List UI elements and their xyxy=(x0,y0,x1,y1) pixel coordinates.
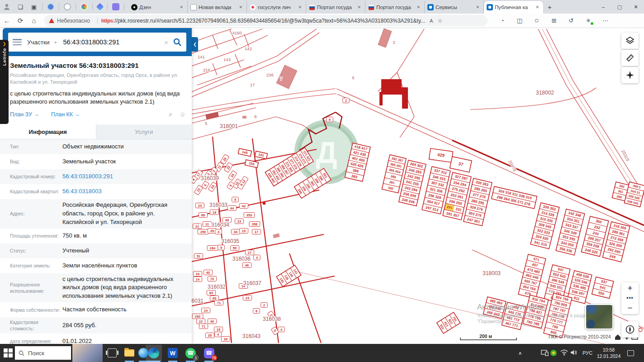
tab-close-icon[interactable]: ✕ xyxy=(415,4,421,10)
lotinfo-ribbon[interactable]: ❯ LotInfo xyxy=(0,40,9,124)
basemap-thumbnail[interactable] xyxy=(585,304,613,329)
parcel-cell[interactable]: 2 xyxy=(343,98,350,103)
search-box[interactable]: Участки ▼ × xyxy=(8,33,186,52)
favorite-star-icon[interactable]: ☆ xyxy=(180,111,185,118)
preview-search-icon[interactable]: ⌕ xyxy=(169,110,173,118)
parcel-cell[interactable]: 20 xyxy=(220,154,229,164)
parcel-cell[interactable]: 250 xyxy=(198,229,208,234)
parcel-cell[interactable]: 22 xyxy=(224,162,233,172)
tab-close-icon[interactable]: ✕ xyxy=(237,4,244,10)
parcel-strip[interactable]: 471457473 480463 446465 767464 769479 xyxy=(518,254,546,299)
parcel-cell[interactable]: 33 xyxy=(193,272,202,276)
parcel-cell[interactable]: 23 xyxy=(235,219,243,224)
more-icon[interactable]: ⋯ xyxy=(597,17,614,24)
parcel-cell[interactable]: 22 xyxy=(196,319,205,324)
new-tab-button[interactable]: + xyxy=(543,3,556,11)
start-button[interactable] xyxy=(4,348,13,357)
parcel-cell[interactable]: 34 xyxy=(228,171,237,181)
parcel-cell[interactable]: 69 xyxy=(207,291,215,295)
parcel-cell[interactable]: 358 xyxy=(249,222,260,227)
volume-icon[interactable] xyxy=(570,349,578,356)
tab-services[interactable]: Услуги xyxy=(96,124,192,139)
profile-avatar-icon[interactable] xyxy=(0,2,14,12)
browser-tab-0[interactable]: Дзен✕ xyxy=(128,1,188,14)
parcel-cell[interactable]: 65 xyxy=(210,296,218,301)
parcel-cell[interactable]: 4 xyxy=(215,332,222,337)
parcel-cell[interactable]: 6 xyxy=(327,117,333,122)
parcel-strip[interactable]: 537541550 xyxy=(592,277,614,299)
maximize-button[interactable]: ▢ xyxy=(611,0,628,14)
tab-close-icon[interactable]: ✕ xyxy=(356,4,362,10)
tab-close-icon[interactable]: ✕ xyxy=(474,4,481,10)
parcel-strip[interactable]: 37 xyxy=(450,157,472,172)
tab-close-icon[interactable]: ✕ xyxy=(297,4,303,10)
tab-close-icon[interactable]: ✕ xyxy=(178,4,185,10)
parcel-cell[interactable]: 71 xyxy=(199,324,208,329)
cast-device-icon[interactable] xyxy=(541,349,549,356)
parcel-cell[interactable]: 23 xyxy=(243,295,251,300)
panel-collapse-arrow[interactable]: ❮ xyxy=(192,37,198,52)
workspaces-icon[interactable]: ❏ xyxy=(14,2,27,12)
parcel-cell[interactable]: 22 xyxy=(193,224,201,229)
extension-icon-gray[interactable] xyxy=(64,3,71,10)
tab-actions-icon[interactable]: ▣ xyxy=(27,2,41,12)
copilot-icon[interactable]: ◔ xyxy=(494,17,511,24)
edge-browser-icon[interactable] xyxy=(147,347,160,359)
clock[interactable]: 10:58 12.01.2024 xyxy=(595,344,622,362)
parcel-cell[interactable]: 283 xyxy=(192,314,203,319)
antivirus-icon[interactable] xyxy=(550,349,557,357)
parcel-strip[interactable]: 791822821815 xyxy=(437,312,460,333)
parcel-cell[interactable]: 2 xyxy=(261,303,268,308)
read-aloud-icon[interactable]: A xyxy=(430,18,433,24)
whatsapp-icon[interactable]: ☎3 xyxy=(184,347,197,359)
extension-icon-color[interactable] xyxy=(80,3,88,10)
browser-tab-6[interactable]: Публичная ка✕ xyxy=(484,1,543,14)
parcel-cell[interactable]: 34 xyxy=(231,229,240,234)
search-category-select[interactable]: Участки xyxy=(27,39,50,46)
plan-link-1[interactable]: План КК → xyxy=(51,111,80,118)
home-icon[interactable]: ⌂ xyxy=(27,17,41,24)
tray-expand-icon[interactable]: ∧ xyxy=(516,344,525,362)
more-tools-button[interactable]: ••• xyxy=(621,294,639,302)
back-icon[interactable]: ← xyxy=(0,17,14,24)
parcel-cell[interactable]: 4 xyxy=(254,255,260,260)
news-widget-thumbnail[interactable] xyxy=(72,344,103,362)
parcel-cell[interactable]: 51 xyxy=(194,254,203,259)
language-indicator[interactable]: РУС xyxy=(580,344,595,362)
viber-icon[interactable]: ☎76 xyxy=(203,347,215,359)
parcel-strip[interactable]: 324 318 311 338 319286 264 305 271 278 xyxy=(492,186,537,209)
task-view-icon[interactable] xyxy=(108,348,117,357)
refresh-icon[interactable]: ⟳ xyxy=(14,17,27,25)
parcel-cell[interactable]: 9 xyxy=(218,245,225,250)
clear-search-icon[interactable]: × xyxy=(164,38,168,46)
browser-tab-3[interactable]: Портал госуда✕ xyxy=(306,1,365,14)
layers-button[interactable] xyxy=(621,33,639,49)
parcel-cell[interactable]: 24 xyxy=(195,203,204,208)
security-warning-label[interactable]: Небезопасно xyxy=(57,18,90,24)
plan-link-0[interactable]: План ЗУ → xyxy=(10,111,39,118)
parcel-cell[interactable]: 24 xyxy=(208,182,217,192)
webadvisor-icon[interactable]: ✳ xyxy=(580,17,597,24)
parcel-cell[interactable]: 24 xyxy=(201,308,210,313)
search-input[interactable] xyxy=(62,38,160,46)
parcel-strip[interactable]: 145 xyxy=(238,148,252,157)
file-explorer-icon[interactable] xyxy=(123,347,136,359)
wifi-icon[interactable] xyxy=(560,349,568,356)
parcel-cell[interactable]: 6 xyxy=(253,309,260,314)
parcel-cell[interactable]: 40 xyxy=(204,270,212,275)
parcel-cell[interactable]: 68 xyxy=(199,213,207,218)
browser-tab-4[interactable]: Портал госуда✕ xyxy=(365,1,425,14)
cadastral-map[interactable]: Д xyxy=(192,28,644,344)
history-icon[interactable]: ↺ xyxy=(563,17,580,24)
tab-information[interactable]: Информация xyxy=(0,124,96,139)
parcel-cell[interactable]: 11 xyxy=(203,222,211,227)
attribute-value[interactable]: 56:43:0318003:291 xyxy=(62,172,192,181)
browser-essentials-icon[interactable]: ⊞ xyxy=(545,17,563,24)
parcel-cell[interactable]: 55 xyxy=(230,246,239,251)
extension-icon-diamond[interactable] xyxy=(96,3,104,11)
parcel-cell[interactable]: 44 xyxy=(227,206,236,211)
minimize-button[interactable]: – xyxy=(595,0,611,14)
parcel-cell[interactable]: 42 xyxy=(239,204,248,209)
zoom-out-button[interactable]: − xyxy=(621,302,639,314)
parcel-cell[interactable]: 27 xyxy=(245,250,254,255)
